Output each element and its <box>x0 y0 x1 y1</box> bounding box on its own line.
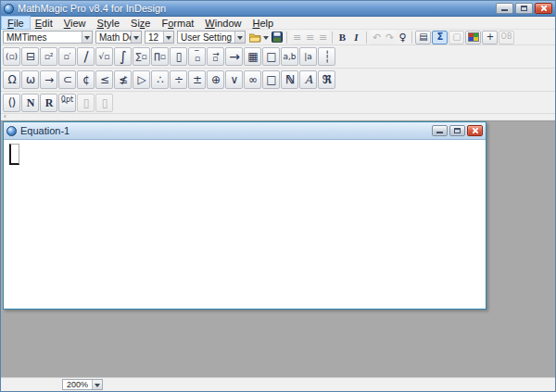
math-style-select[interactable]: Math Defau <box>95 31 142 44</box>
symbol-palette-bar: Ωω→⊂¢≤≰▷∴÷±⊕∨∞□ℕAℜ <box>1 69 555 92</box>
font-family-select[interactable]: MMTimes <box>3 31 93 44</box>
long-arrow-template-button[interactable]: → <box>225 47 243 66</box>
history-buttons: ↶↷♀ <box>370 31 409 44</box>
vee-symbol-button[interactable]: ∨ <box>225 70 243 89</box>
doc-maximize-button[interactable] <box>449 125 465 136</box>
align-center-button: ≡ <box>303 31 316 44</box>
right-arrow-symbol-button[interactable]: → <box>40 70 57 89</box>
matrix-template-button[interactable]: ▦ <box>244 47 261 66</box>
divide-symbol-button[interactable]: ÷ <box>170 70 187 89</box>
fraktur-r-symbol-button[interactable]: ℜ <box>318 70 335 89</box>
user-setting-select[interactable]: User Setting <box>177 31 246 44</box>
dropdown-arrow-icon[interactable] <box>234 32 245 43</box>
equation-document-window: Equation-1 <box>3 121 486 310</box>
open-recent-arrow[interactable] <box>262 31 270 44</box>
therefore-symbol-button[interactable]: ∴ <box>151 70 169 89</box>
box-template-button[interactable]: □ <box>262 47 280 66</box>
prime-template-button[interactable]: ▫′ <box>58 47 76 66</box>
font-family-value: MMTimes <box>4 32 82 43</box>
dropdown-arrow-icon[interactable] <box>131 32 141 43</box>
script-template-button[interactable]: ▫² <box>40 47 57 66</box>
mathmagic-app-icon <box>4 4 14 14</box>
doc-close-button[interactable] <box>467 125 483 136</box>
product-template-button[interactable]: ∏▫ <box>151 47 169 66</box>
dropdown-arrow-icon[interactable] <box>82 32 92 43</box>
window-controls <box>496 3 552 14</box>
menu-view[interactable]: View <box>58 17 92 29</box>
open-folder-button[interactable] <box>248 31 262 44</box>
fence-style-button[interactable]: () <box>3 94 20 112</box>
radical-template-button[interactable]: √▫ <box>95 47 113 66</box>
slash-template-button[interactable]: ∕ <box>77 47 95 66</box>
menu-edit[interactable]: Edit <box>30 17 58 29</box>
toolbar-separator <box>332 32 333 44</box>
plus-minus-symbol-button[interactable]: ± <box>188 70 206 89</box>
minimize-icon <box>436 132 443 133</box>
zoom-level-select[interactable]: 200% <box>62 379 103 390</box>
infinity-symbol-button[interactable]: ∞ <box>244 70 261 89</box>
n-style-button[interactable]: N <box>21 94 39 112</box>
align-left-button: ≡ <box>290 31 303 44</box>
menu-format[interactable]: Format <box>156 17 199 29</box>
not-leq-symbol-button[interactable]: ≰ <box>114 70 132 89</box>
leq-symbol-button[interactable]: ≤ <box>95 70 113 89</box>
lamp-button[interactable]: ♀ <box>396 31 409 44</box>
arrow-over-template-button[interactable]: → ▫ <box>207 47 224 66</box>
equation-cursor-slot <box>9 144 19 165</box>
bar-a-template-button[interactable]: |a <box>299 47 317 66</box>
close-button[interactable] <box>535 3 552 14</box>
ob-palette-toggle: OB <box>499 31 514 44</box>
save-button[interactable] <box>270 31 284 44</box>
align-buttons: ≡≡≡ <box>290 31 329 44</box>
subset-symbol-button[interactable]: ⊂ <box>58 70 76 89</box>
title-bar: MathMagic Pro v8.4 for InDesign <box>1 1 555 17</box>
italic-button[interactable]: I <box>349 31 363 44</box>
r-style-button[interactable]: R <box>40 94 57 112</box>
oplus-symbol-button[interactable]: ⊕ <box>207 70 224 89</box>
folder-open-icon <box>249 32 261 43</box>
integral-template-button[interactable]: ∫ <box>114 47 132 66</box>
maximize-button[interactable] <box>515 3 533 14</box>
doc-minimize-button[interactable] <box>432 125 448 136</box>
zero-pt-button[interactable]: 0pt ^ <box>58 94 76 112</box>
window-title: MathMagic Pro v8.4 for InDesign <box>18 3 496 14</box>
omega-upper-symbol-button[interactable]: Ω <box>3 70 20 89</box>
stack-template-button[interactable]: ▯ <box>170 47 187 66</box>
omega-lower-symbol-button[interactable]: ω <box>21 70 39 89</box>
toolbar-separator <box>286 32 287 44</box>
ab-list-template-button[interactable]: a,b <box>281 47 298 66</box>
overbar-template-button[interactable]: ‾ ▫ <box>188 47 206 66</box>
zoom-level-value: 200% <box>63 380 92 389</box>
mathmagic-doc-icon <box>6 126 17 136</box>
bold-button[interactable]: B <box>335 31 349 44</box>
menu-style[interactable]: Style <box>92 17 125 29</box>
cent-symbol-button[interactable]: ¢ <box>77 70 95 89</box>
bbb-n-symbol-button[interactable]: ℕ <box>281 70 298 89</box>
color-palette-toggle[interactable] <box>465 31 481 44</box>
sup-space-button: ▯ <box>77 94 95 112</box>
menu-window[interactable]: Window <box>199 17 246 29</box>
fraction-template-button[interactable]: ⊟ <box>21 47 39 66</box>
equation-canvas[interactable] <box>4 140 486 308</box>
palette-toggle-buttons: ▤Σ▢+OB <box>415 31 514 44</box>
minimize-button[interactable] <box>496 3 513 14</box>
user-setting-value: User Setting <box>178 32 234 43</box>
maximize-icon <box>454 128 461 133</box>
triangle-symbol-button[interactable]: ▷ <box>133 70 150 89</box>
ruler-template-button[interactable]: ┆ <box>318 47 335 66</box>
menu-file[interactable]: File <box>2 17 30 29</box>
script-a-symbol-button[interactable]: A <box>299 70 317 89</box>
square-symbol-button[interactable]: □ <box>262 70 280 89</box>
sigma-palette-toggle[interactable]: Σ <box>432 31 448 44</box>
dropdown-arrow-icon[interactable] <box>92 380 102 389</box>
font-size-select[interactable]: 12 <box>145 31 174 44</box>
document-title-bar[interactable]: Equation-1 <box>4 122 486 140</box>
sum-template-button[interactable]: ∑▫ <box>133 47 150 66</box>
menu-help[interactable]: Help <box>246 17 279 29</box>
palette-scroll-hint[interactable]: ‹ <box>1 114 555 120</box>
keyboard-palette-toggle[interactable]: ▤ <box>415 31 431 44</box>
fence-template-button[interactable]: (▫) <box>3 47 20 66</box>
menu-size[interactable]: Size <box>125 17 156 29</box>
move-palette-toggle[interactable]: + <box>482 31 498 44</box>
dropdown-arrow-icon[interactable] <box>163 32 173 43</box>
